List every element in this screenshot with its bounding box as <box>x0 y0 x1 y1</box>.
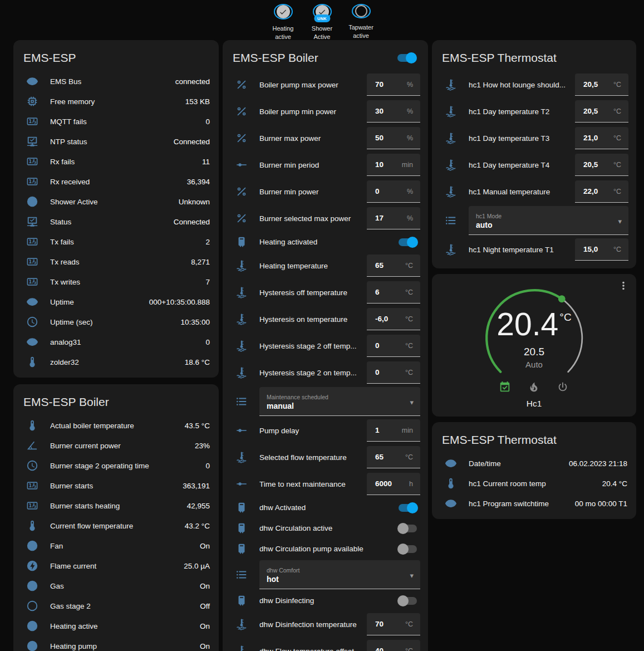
maintenance-scheduled-select[interactable]: Maintenance scheduledmanual▾ <box>259 387 420 416</box>
boiler-pump-max-power-input[interactable]: 70% <box>367 74 420 96</box>
rx-received-row[interactable]: 123Rx received36,394 <box>22 172 211 192</box>
actual-boiler-temperature-row[interactable]: Actual boiler temperature43.5 °C <box>22 415 211 435</box>
hysteresis-stage-2-on-temp-input[interactable]: 0°C <box>367 361 420 384</box>
hysteresis-stage-2-off-temp-input[interactable]: 0°C <box>367 335 420 357</box>
status-row[interactable]: StatusConnected <box>22 212 211 232</box>
tx-writes-row[interactable]: 123Tx writes7 <box>22 272 211 292</box>
heating-active-badge[interactable]: Heating active <box>267 4 299 40</box>
burner-starts-row[interactable]: 123Burner starts363,191 <box>22 476 211 496</box>
dhw-disinfecting-toggle[interactable] <box>399 597 417 605</box>
hysteresis-on-temperature-value: -6,0 <box>375 315 388 323</box>
heating-activated-toggle[interactable] <box>399 238 417 246</box>
burner-min-power-input[interactable]: 0% <box>367 180 420 203</box>
analog31-row[interactable]: analog310 <box>22 332 211 352</box>
dhw-activated-label: dhw Activated <box>259 503 399 512</box>
hc1-how-hot-lounge-should-input[interactable]: 20,5°C <box>575 74 628 96</box>
pump-delay-value: 1 <box>375 426 380 434</box>
current-flow-temperature-row[interactable]: Current flow temperature43.2 °C <box>22 516 211 536</box>
hc1-day-temperature-t4-unit: °C <box>613 161 621 169</box>
heating-active-label: Heating active <box>267 25 299 41</box>
burner-starts-heating-row[interactable]: 123Burner starts heating42,955 <box>22 496 211 516</box>
dhw-flow-temperature-offset-value: 40 <box>375 647 384 651</box>
dhw-circulation-active-toggle[interactable] <box>399 525 417 532</box>
hc1-day-temperature-t2-input[interactable]: 20,5°C <box>575 100 628 123</box>
gas-row[interactable]: GasOn <box>22 576 211 596</box>
dhw-activated-toggle[interactable] <box>399 504 417 512</box>
hysteresis-off-temperature-input[interactable]: 6°C <box>367 281 420 304</box>
fan-row[interactable]: FanOn <box>22 536 211 556</box>
list-icon <box>235 395 248 408</box>
card-boiler-sensors: EMS-ESP Boiler Actual boiler temperature… <box>13 384 219 651</box>
actual-boiler-temperature-value: 43.5 °C <box>185 422 211 430</box>
hc1-day-temperature-t3-input[interactable]: 21,0°C <box>575 127 628 149</box>
hysteresis-stage-2-off-temp-value: 0 <box>375 341 380 350</box>
tx-reads-row[interactable]: 123Tx reads8,271 <box>22 252 211 272</box>
burner-max-power-input[interactable]: 50% <box>367 127 420 149</box>
burner-min-period-input[interactable]: 10min <box>367 154 420 176</box>
flame-current-row[interactable]: Flame current25.0 µA <box>22 556 211 576</box>
uptime-row[interactable]: Uptime000+10:35:00.888 <box>22 292 211 312</box>
shower-active-badge[interactable]: UNKShower Active <box>306 4 338 40</box>
hc1-night-temperature-t1-value: 15,0 <box>583 245 598 253</box>
tapwater-active-badge[interactable]: Tapwater active <box>345 4 377 40</box>
tx-reads-label: Tx reads <box>50 258 191 266</box>
heating-temperature-value: 65 <box>375 261 384 270</box>
burner-stage-2-operating-time-row[interactable]: Burner stage 2 operating time0 <box>22 456 211 476</box>
water-boiler-icon <box>235 594 248 608</box>
flash-circle-icon <box>26 559 39 572</box>
hc1-mode-select[interactable]: hc1 Modeauto▾ <box>469 206 628 235</box>
thermostat-dial-slider[interactable] <box>477 281 592 395</box>
flame-current-value: 25.0 µA <box>184 562 211 570</box>
hc1-program-switchtime-row[interactable]: hc1 Program switchtime00 mo 00:00 T1 <box>441 493 628 513</box>
hc1-current-room-temp-row[interactable]: hc1 Current room temp20.4 °C <box>441 473 628 493</box>
heating-pump-row[interactable]: Heating pumpOn <box>22 636 211 651</box>
uptime-sec-row[interactable]: Uptime (sec)10:35:00 <box>22 312 211 332</box>
burner-selected-max-power-input[interactable]: 17% <box>367 207 420 229</box>
time-to-next-maintenance-input[interactable]: 6000h <box>367 473 420 495</box>
more-options-icon[interactable] <box>617 280 631 293</box>
counter-icon: 123 <box>26 115 39 128</box>
hysteresis-on-temperature-input[interactable]: -6,0°C <box>367 308 420 330</box>
coolant-icon <box>444 243 458 256</box>
percent-icon <box>235 212 248 225</box>
boiler-master-toggle[interactable] <box>397 54 416 62</box>
mode-auto-button[interactable] <box>499 381 512 394</box>
pump-delay-unit: min <box>402 427 413 434</box>
shower-active-row[interactable]: Shower ActiveUnknown <box>22 192 211 212</box>
date-time-row[interactable]: Date/time06.02.2023 21:18 <box>441 453 628 473</box>
hc1-night-temperature-t1-input[interactable]: 15,0°C <box>575 238 628 261</box>
zolder32-row[interactable]: zolder3218.6 °C <box>22 352 211 372</box>
svg-text:3: 3 <box>34 484 36 488</box>
maintenance-scheduled-select-value: manual <box>267 402 404 410</box>
gas-stage-2-row[interactable]: Gas stage 2Off <box>22 596 211 616</box>
burner-current-power-row[interactable]: Burner current power23% <box>22 435 211 456</box>
free-memory-row[interactable]: Free memory153 KB <box>22 91 211 111</box>
hc1-manual-temperature-input[interactable]: 22,0°C <box>575 180 628 203</box>
pump-delay-input[interactable]: 1min <box>367 419 420 442</box>
tx-fails-row[interactable]: 123Tx fails2 <box>22 232 211 252</box>
mode-off-button[interactable] <box>557 381 570 394</box>
burner-starts-value: 363,191 <box>183 482 211 490</box>
mqtt-fails-row[interactable]: 123MQTT fails0 <box>22 111 211 131</box>
dhw-flow-temperature-offset-input[interactable]: 40°C <box>367 640 420 651</box>
boiler-pump-min-power-input[interactable]: 30% <box>367 100 420 123</box>
ntp-status-row[interactable]: NTP statusConnected <box>22 131 211 151</box>
mode-heat-button[interactable] <box>528 381 541 394</box>
column-middle: EMS-ESP Boiler Boiler pump max power70%B… <box>223 40 428 651</box>
ems-bus-value: connected <box>175 77 211 86</box>
card-boiler-controls: EMS-ESP Boiler Boiler pump max power70%B… <box>223 40 428 651</box>
hc1-day-temperature-t4-input[interactable]: 20,5°C <box>575 154 628 176</box>
heating-active-row[interactable]: Heating activeOn <box>22 616 211 636</box>
dhw-circulation-pump-available-toggle[interactable] <box>399 545 417 553</box>
burner-starts-heating-value: 42,955 <box>187 502 211 510</box>
toggle-thumb <box>397 523 409 534</box>
rx-fails-row[interactable]: 123Rx fails11 <box>22 151 211 172</box>
card-title: EMS-ESP Thermostat <box>442 51 557 65</box>
heating-temperature-input[interactable]: 65°C <box>367 254 420 277</box>
ems-bus-row[interactable]: EMS Busconnected <box>22 71 211 91</box>
dhw-comfort-select[interactable]: dhw Comforthot▾ <box>259 560 420 589</box>
list-icon <box>444 214 458 227</box>
dhw-disinfection-temperature-input[interactable]: 70°C <box>367 613 420 635</box>
boiler-pump-max-power-unit: % <box>407 81 413 89</box>
selected-flow-temperature-input[interactable]: 65°C <box>367 446 420 468</box>
